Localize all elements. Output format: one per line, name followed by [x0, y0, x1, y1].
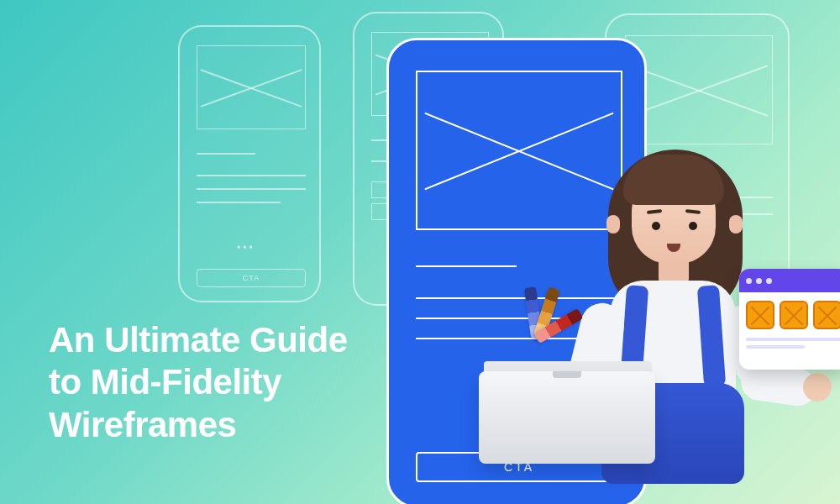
ghost-cta-1: CTA — [197, 269, 306, 287]
ghost-wireframe-1: ••• CTA — [178, 25, 321, 302]
ghost-cta-label: CTA — [243, 274, 260, 282]
title-line-1: An Ultimate Guide — [49, 319, 348, 361]
hero-title: An Ultimate Guide to Mid-Fidelity Wirefr… — [49, 319, 348, 446]
title-line-3: Wireframes — [49, 404, 348, 446]
ui-mockup-card-icon — [739, 269, 840, 370]
title-line-2: to Mid-Fidelity — [49, 361, 348, 403]
hero-graphic: ••• CTA ••• CTA — [0, 0, 840, 504]
